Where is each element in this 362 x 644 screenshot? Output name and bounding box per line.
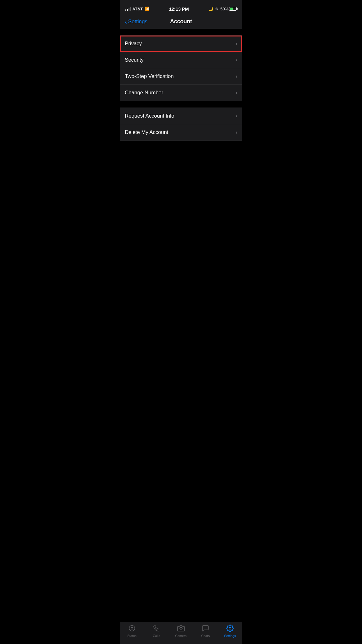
menu-item-change-number[interactable]: Change Number › (120, 85, 242, 101)
menu-item-two-step[interactable]: Two-Step Verification › (120, 68, 242, 85)
menu-item-privacy[interactable]: Privacy › (120, 36, 242, 52)
change-number-label: Change Number (125, 90, 163, 96)
section-account-main: Privacy › Security › Two-Step Verificati… (120, 35, 242, 101)
battery-fill (230, 8, 233, 10)
battery-percent: 50% (220, 7, 228, 11)
nav-bar: ‹ Settings Account (120, 15, 242, 29)
content-area: Privacy › Security › Two-Step Verificati… (120, 29, 242, 141)
status-bar: AT&T 📶 12:13 PM 🌙 ⊕ 50% (120, 0, 242, 15)
battery-container: 50% (220, 7, 237, 11)
wifi-icon: 📶 (145, 7, 150, 11)
lock-icon: ⊕ (215, 7, 218, 11)
moon-icon: 🌙 (208, 7, 213, 11)
carrier-label: AT&T (132, 7, 143, 11)
delete-account-chevron-icon: › (236, 130, 237, 135)
status-left: AT&T 📶 (125, 7, 150, 11)
change-number-chevron-icon: › (236, 90, 237, 96)
security-chevron-icon: › (236, 57, 237, 63)
request-info-label: Request Account Info (125, 113, 174, 119)
two-step-chevron-icon: › (236, 74, 237, 79)
page-title: Account (170, 18, 192, 25)
menu-item-delete-account[interactable]: Delete My Account › (120, 124, 242, 141)
menu-item-request-info[interactable]: Request Account Info › (120, 108, 242, 124)
request-info-chevron-icon: › (236, 113, 237, 119)
menu-item-security[interactable]: Security › (120, 52, 242, 68)
privacy-chevron-icon: › (236, 41, 237, 47)
battery-icon (229, 7, 237, 11)
two-step-label: Two-Step Verification (125, 73, 174, 80)
back-label: Settings (128, 19, 147, 25)
back-button[interactable]: ‹ Settings (125, 19, 147, 25)
status-right: 🌙 ⊕ 50% (208, 7, 237, 11)
time-display: 12:13 PM (169, 6, 189, 12)
security-label: Security (125, 57, 144, 63)
signal-bars (125, 7, 131, 11)
delete-account-label: Delete My Account (125, 129, 168, 136)
privacy-label: Privacy (125, 41, 142, 47)
section-account-data: Request Account Info › Delete My Account… (120, 108, 242, 141)
back-chevron-icon: ‹ (125, 19, 127, 25)
